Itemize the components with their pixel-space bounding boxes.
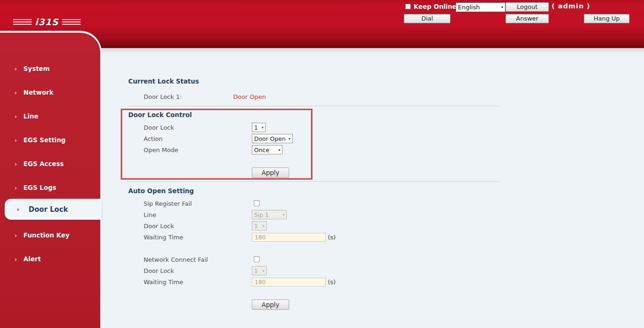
door-lock-1-label: Door Lock 1: (144, 93, 182, 100)
sidebar: › System › Network › Line › EGS Setting … (0, 31, 102, 328)
sidebar-item-egs-logs[interactable]: › EGS Logs (0, 182, 102, 193)
auto-door-lock-select-value: 1 (254, 223, 258, 230)
chevron-right-icon: › (14, 256, 17, 262)
door-lock-control-apply-button[interactable]: Apply (252, 167, 289, 178)
sidebar-item-function-key[interactable]: › Function Key (0, 230, 102, 240)
sidebar-item-alert[interactable]: › Alert (0, 254, 102, 264)
action-label: Action (144, 135, 163, 142)
chevron-right-icon: › (14, 66, 17, 72)
sidebar-item-label: EGS Logs (23, 184, 56, 191)
logo-lines-right-icon (62, 19, 81, 25)
chevron-right-icon: › (17, 206, 19, 212)
action-select-value: Door Open (254, 135, 285, 142)
admin-label: ( admin ) (552, 2, 590, 10)
auto-door-lock2-label: Door Lock (144, 267, 174, 274)
door-lock-select-value: 1 (254, 124, 258, 131)
auto-door-lock2-select-value: 1 (254, 267, 258, 274)
network-connect-fail-checkbox[interactable] (254, 256, 260, 262)
open-mode-select-value: Once (254, 147, 269, 154)
logout-button[interactable]: Logout (506, 2, 549, 12)
sidebar-item-door-lock[interactable]: › Door Lock (5, 199, 102, 220)
waiting-time2-label: Waiting Time (144, 279, 183, 286)
chevron-down-icon: ▾ (289, 137, 291, 141)
auto-door-lock-label: Door Lock (144, 223, 174, 230)
waiting-time2-unit: (s) (328, 279, 336, 286)
chevron-right-icon: › (14, 137, 17, 143)
sidebar-item-label: Line (23, 112, 38, 120)
auto-door-lock2-select: 1 ▾ (252, 266, 267, 275)
language-select[interactable]: English ▾ (456, 2, 506, 12)
screen: i31S Keep Online English ▾ Logout ( admi… (0, 0, 644, 328)
sidebar-item-system[interactable]: › System (0, 63, 102, 74)
chevron-down-icon: ▾ (263, 269, 264, 273)
language-select-value: English (458, 4, 480, 11)
waiting-time2-input (252, 278, 326, 286)
waiting-time-label: Waiting Time (144, 234, 183, 241)
sidebar-item-egs-setting[interactable]: › EGS Setting (0, 135, 102, 145)
sidebar-item-line[interactable]: › Line (0, 111, 102, 121)
sip-register-fail-label: Sip Register Fail (144, 200, 192, 207)
keep-online-label: Keep Online (414, 3, 457, 10)
door-lock-1-status: Door Open (233, 93, 266, 100)
app-logo: i31S (13, 17, 81, 27)
auto-open-setting-apply-button[interactable]: Apply (252, 300, 289, 310)
logo-text: i31S (35, 17, 59, 27)
open-mode-select[interactable]: Once ▾ (252, 145, 283, 154)
chevron-down-icon: ▾ (501, 5, 503, 9)
hangup-button[interactable]: Hang Up (584, 14, 630, 23)
open-mode-label: Open Mode (144, 147, 178, 154)
sidebar-item-label: Function Key (23, 231, 69, 239)
chevron-right-icon: › (14, 90, 17, 96)
chevron-down-icon: ▾ (262, 126, 263, 130)
dial-button[interactable]: Dial (404, 14, 450, 23)
sidebar-item-network[interactable]: › Network (0, 87, 102, 98)
waiting-time-unit: (s) (328, 234, 336, 241)
divider (127, 106, 500, 106)
divider (127, 181, 500, 182)
chevron-right-icon: › (14, 113, 17, 119)
sidebar-item-label: Door Lock (28, 205, 68, 214)
network-connect-fail-label: Network Connect Fail (144, 256, 208, 263)
sidebar-item-label: System (23, 65, 49, 72)
sidebar-item-label: Alert (23, 255, 41, 263)
chevron-right-icon: › (14, 232, 17, 238)
waiting-time-input (252, 233, 326, 242)
logo-lines-left-icon (13, 19, 32, 25)
sidebar-item-label: Network (23, 89, 53, 96)
chevron-right-icon: › (14, 161, 17, 167)
main-content: Current Lock Status Door Lock 1: Door Op… (103, 54, 644, 328)
chevron-down-icon: ▾ (283, 213, 284, 217)
answer-button[interactable]: Answer (506, 14, 549, 23)
door-lock-control-title: Door Lock Control (128, 111, 192, 119)
door-lock-label: Door Lock (144, 124, 174, 131)
auto-open-setting-title: Auto Open Setting (128, 187, 194, 195)
line-select-value: Sip 1 (254, 211, 269, 218)
line-label: Line (144, 211, 156, 218)
door-lock-select[interactable]: 1 ▾ (252, 123, 266, 132)
chevron-down-icon: ▾ (278, 148, 280, 152)
keep-online-group: Keep Online (405, 3, 457, 10)
sidebar-item-label: EGS Setting (23, 136, 65, 144)
action-select[interactable]: Door Open ▾ (252, 134, 293, 143)
sidebar-item-egs-access[interactable]: › EGS Access (0, 159, 102, 169)
auto-door-lock-select: 1 ▾ (252, 221, 267, 230)
sidebar-item-label: EGS Access (23, 160, 63, 167)
line-select: Sip 1 ▾ (252, 210, 287, 219)
sip-register-fail-checkbox[interactable] (254, 200, 260, 206)
current-lock-status-title: Current Lock Status (128, 77, 199, 85)
keep-online-checkbox[interactable] (405, 4, 411, 9)
chevron-right-icon: › (14, 185, 17, 191)
chevron-down-icon: ▾ (263, 224, 264, 228)
